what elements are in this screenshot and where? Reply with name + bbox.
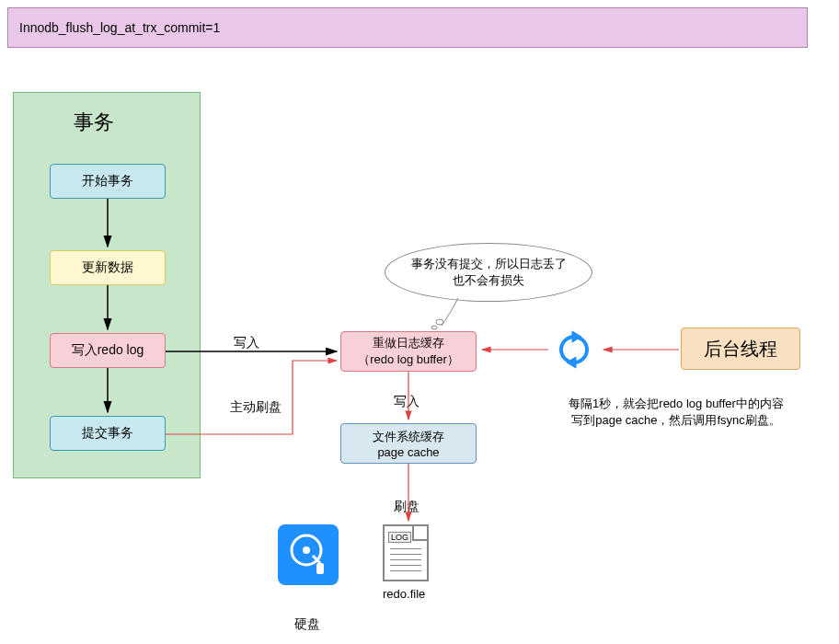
- svg-point-3: [303, 546, 310, 554]
- page-cache-box: 文件系统缓存 page cache: [340, 423, 477, 464]
- update-data-label: 更新数据: [82, 259, 133, 276]
- redo-buffer-box: 重做日志缓存 （redo log buffer）: [340, 331, 477, 372]
- write1-label: 写入: [234, 335, 259, 351]
- background-thread-label: 后台线程: [704, 337, 777, 362]
- refresh-icon: [552, 328, 596, 372]
- commit-transaction-label: 提交事务: [82, 425, 133, 442]
- file-lines-icon: [390, 548, 421, 576]
- title-text: Innodb_flush_log_at_trx_commit=1: [19, 20, 220, 35]
- write-redo-label: 写入redo log: [72, 342, 144, 359]
- background-thread-box: 后台线程: [681, 328, 800, 370]
- file-icon: LOG: [383, 524, 429, 581]
- bg-description: 每隔1秒，就会把redo log buffer中的内容 写到page cache…: [534, 396, 819, 429]
- file-tag: LOG: [388, 532, 411, 543]
- title-bar: Innodb_flush_log_at_trx_commit=1: [7, 7, 808, 48]
- page-cache-line2: page cache: [377, 445, 439, 459]
- page-cache-line1: 文件系统缓存: [373, 429, 444, 445]
- svg-rect-4: [316, 563, 324, 574]
- update-data-box: 更新数据: [50, 250, 166, 285]
- redo-buffer-line1: 重做日志缓存: [373, 335, 444, 351]
- bubble-line2: 也不会有损失: [453, 272, 524, 289]
- commit-transaction-box: 提交事务: [50, 416, 166, 451]
- speech-bubble: 事务没有提交，所以日志丢了 也不会有损失: [385, 243, 592, 302]
- svg-point-15: [431, 326, 437, 329]
- write2-label: 写入: [394, 394, 420, 410]
- transaction-title: 事务: [74, 109, 114, 136]
- svg-marker-1: [567, 357, 576, 368]
- svg-marker-0: [572, 331, 581, 342]
- bubble-line1: 事务没有提交，所以日志丢了: [411, 256, 567, 272]
- active-flush-label: 主动刷盘: [230, 399, 282, 416]
- start-transaction-label: 开始事务: [82, 173, 133, 190]
- flush-label: 刷盘: [394, 499, 420, 515]
- write-redo-box: 写入redo log: [50, 333, 166, 368]
- redo-buffer-line2: （redo log buffer）: [358, 351, 459, 368]
- file-label: redo.file: [383, 587, 425, 601]
- disk-icon: [278, 524, 339, 585]
- bg-desc-line1: 每隔1秒，就会把redo log buffer中的内容: [534, 396, 819, 412]
- start-transaction-box: 开始事务: [50, 164, 166, 199]
- svg-point-14: [436, 319, 443, 325]
- disk-label: 硬盘: [294, 616, 320, 633]
- bg-desc-line2: 写到page cache，然后调用fsync刷盘。: [534, 412, 819, 429]
